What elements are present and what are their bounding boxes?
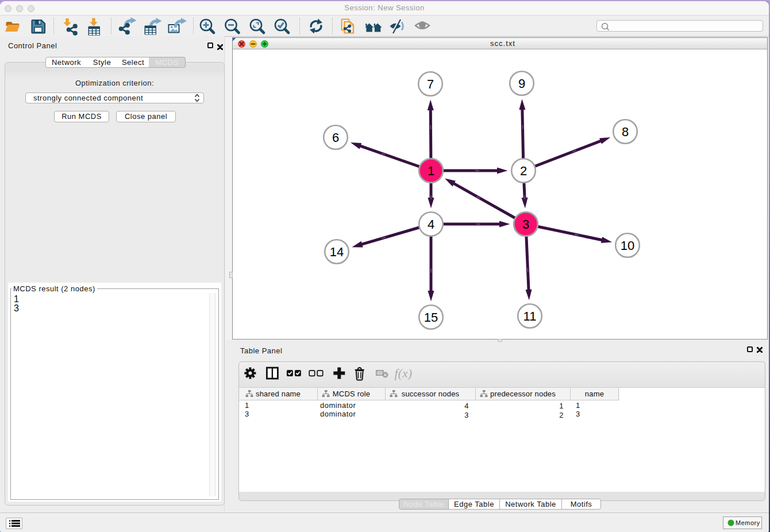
svg-text:7: 7 (427, 77, 434, 91)
svg-text:1: 1 (428, 164, 434, 178)
svg-text:8: 8 (622, 125, 629, 139)
svg-text:14: 14 (330, 245, 344, 259)
svg-text:9: 9 (518, 76, 525, 91)
svg-text:10: 10 (621, 238, 634, 253)
svg-text:4: 4 (428, 217, 434, 232)
svg-text:6: 6 (332, 130, 339, 145)
svg-text:3: 3 (522, 217, 529, 232)
svg-text:2: 2 (520, 164, 527, 178)
svg-text:11: 11 (523, 309, 537, 323)
svg-text:f(x): f(x) (394, 367, 412, 380)
svg-text:15: 15 (424, 310, 438, 325)
